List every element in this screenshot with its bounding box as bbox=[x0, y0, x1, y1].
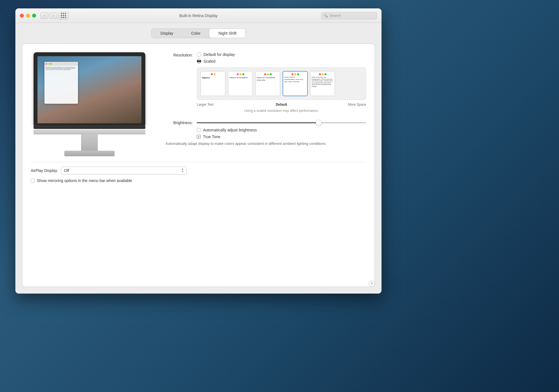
scale-text-2: Here's to troublem bbox=[229, 76, 251, 79]
tab-color[interactable]: Color bbox=[182, 29, 209, 38]
scale-text-4: Here's to the c troublemakers, ones who … bbox=[284, 76, 306, 83]
display-section: Here's to the crazy ones, the troublemak… bbox=[31, 52, 366, 156]
scale-option-3[interactable]: Here's to t troublema ones who bbox=[255, 71, 280, 96]
true-tone-checkbox[interactable]: ✓ bbox=[197, 135, 201, 139]
resolution-label: Resolution: bbox=[159, 52, 193, 57]
search-box[interactable]: 🔍 Search bbox=[321, 12, 377, 19]
scale-label-larger: Larger Text bbox=[197, 103, 253, 107]
search-icon: 🔍 bbox=[324, 14, 328, 18]
brightness-thumb[interactable] bbox=[316, 120, 321, 126]
scale-dot-r-4 bbox=[292, 73, 293, 75]
scale-dots-2 bbox=[237, 73, 244, 75]
bottom-section: AirPlay Display: Off ▲ ▼ Show mirroring … bbox=[31, 162, 366, 183]
scale-dot-y-4 bbox=[294, 73, 296, 75]
scale-dots-5 bbox=[319, 73, 326, 75]
mirroring-checkbox[interactable] bbox=[31, 179, 35, 183]
settings-panel: Resolution: Default for display Scaled bbox=[159, 52, 366, 146]
maximize-button[interactable] bbox=[32, 14, 36, 18]
scale-option-1[interactable]: Here's bbox=[200, 71, 226, 96]
system-preferences-window: ‹ › Built-in Retina Display 🔍 Search Dis… bbox=[15, 8, 382, 294]
grid-view-button[interactable] bbox=[58, 12, 68, 20]
true-tone-checkmark: ✓ bbox=[198, 135, 200, 138]
mini-minimize bbox=[48, 63, 49, 65]
grid-icon bbox=[61, 13, 66, 18]
brightness-label: Brightness: bbox=[159, 121, 193, 125]
scale-dot-g-5 bbox=[324, 73, 326, 75]
scale-label-more-space: More Space bbox=[310, 103, 366, 107]
mirroring-row: Show mirroring options in the menu bar w… bbox=[31, 178, 366, 183]
scale-dot-g-3 bbox=[270, 73, 272, 75]
arrow-down: ▼ bbox=[181, 171, 184, 173]
auto-brightness-row: Automatically adjust brightness bbox=[197, 128, 366, 132]
forward-button[interactable]: › bbox=[49, 13, 57, 19]
scale-options-wrapper: Here's Here's to troublem bbox=[197, 67, 366, 117]
imac-chin bbox=[34, 126, 145, 129]
imac-illustration: Here's to the crazy ones, the troublemak… bbox=[31, 52, 148, 156]
scale-label-default: Default bbox=[253, 103, 310, 107]
scale-dots-4 bbox=[292, 73, 299, 75]
scale-dots-3 bbox=[264, 73, 272, 75]
scale-dot-r-3 bbox=[264, 73, 266, 75]
back-button[interactable]: ‹ bbox=[41, 13, 48, 19]
true-tone-sublabel: Automatically adapt display to make colo… bbox=[165, 141, 366, 146]
traffic-lights bbox=[20, 14, 36, 18]
radio-scaled-circle bbox=[197, 59, 201, 63]
scale-option-4[interactable]: Here's to the c troublemakers, ones who … bbox=[283, 71, 308, 96]
scale-text-3: Here's to t troublema ones who bbox=[257, 76, 279, 81]
scale-option-5[interactable]: Here's to the crazy one troublemakers. T… bbox=[310, 71, 335, 96]
airplay-value: Off bbox=[64, 168, 181, 173]
radio-default[interactable]: Default for display bbox=[197, 52, 235, 57]
scale-dot-y-3 bbox=[267, 73, 269, 75]
resolution-row: Resolution: Default for display Scaled bbox=[159, 52, 366, 63]
imac-bottom-bar bbox=[34, 129, 145, 134]
titlebar: ‹ › Built-in Retina Display 🔍 Search bbox=[15, 8, 382, 23]
mini-maximize bbox=[50, 63, 51, 65]
imac-stand-top bbox=[81, 134, 98, 151]
scale-text-5: Here's to the crazy one troublemakers. T… bbox=[312, 76, 333, 87]
tabs-container: Display Color Night Shift bbox=[22, 29, 375, 38]
screen-window-content: Here's to the crazy ones, the troublemak… bbox=[44, 66, 78, 72]
scale-dots-1 bbox=[211, 73, 215, 75]
resolution-radio-group: Default for display Scaled bbox=[197, 52, 235, 63]
window-title: Built-in Retina Display bbox=[179, 13, 218, 18]
scale-text-1: Here's bbox=[202, 76, 224, 80]
search-placeholder: Search bbox=[329, 13, 341, 18]
imac-stand-base bbox=[64, 151, 115, 156]
airplay-label: AirPlay Display: bbox=[31, 168, 58, 173]
scale-dot-y-2 bbox=[240, 73, 241, 75]
close-button[interactable] bbox=[20, 14, 24, 18]
scale-dot-y-5 bbox=[322, 73, 324, 75]
auto-brightness-label: Automatically adjust brightness bbox=[203, 128, 257, 132]
scale-dot-g-4 bbox=[297, 73, 299, 75]
brightness-fill bbox=[197, 122, 319, 123]
nav-buttons: ‹ › bbox=[41, 13, 57, 19]
scale-dot-y-1 bbox=[214, 73, 215, 75]
help-button[interactable]: ? bbox=[369, 281, 375, 287]
imac-screen-outer: Here's to the crazy ones, the troublemak… bbox=[34, 52, 145, 126]
radio-scaled-label: Scaled bbox=[203, 59, 215, 63]
scale-row: Here's Here's to troublem bbox=[159, 67, 366, 117]
radio-scaled[interactable]: Scaled bbox=[197, 59, 235, 63]
radio-default-label: Default for display bbox=[203, 52, 235, 57]
airplay-select[interactable]: Off ▲ ▼ bbox=[61, 167, 187, 174]
tab-display[interactable]: Display bbox=[151, 29, 182, 38]
auto-brightness-checkbox[interactable] bbox=[197, 128, 201, 132]
mini-close bbox=[46, 63, 47, 65]
brightness-row: Brightness: bbox=[159, 121, 366, 125]
minimize-button[interactable] bbox=[26, 14, 30, 18]
mirroring-label: Show mirroring options in the menu bar w… bbox=[37, 178, 132, 183]
scale-option-2[interactable]: Here's to troublem bbox=[228, 71, 253, 96]
true-tone-row: ✓ True Tone bbox=[197, 134, 366, 139]
main-panel: Here's to the crazy ones, the troublemak… bbox=[22, 44, 375, 287]
screen-window: Here's to the crazy ones, the troublemak… bbox=[44, 62, 78, 104]
scale-dot-r-1 bbox=[211, 73, 213, 75]
tab-nightshift[interactable]: Night Shift bbox=[209, 29, 245, 38]
brightness-slider[interactable] bbox=[197, 122, 366, 123]
tab-group: Display Color Night Shift bbox=[151, 29, 246, 38]
scale-spacer-label bbox=[159, 67, 193, 68]
scale-dot-r-2 bbox=[237, 73, 239, 75]
scale-options: Here's Here's to troublem bbox=[197, 67, 366, 100]
content-area: Display Color Night Shift bbox=[15, 23, 382, 294]
scale-dot-r-5 bbox=[319, 73, 321, 75]
radio-scaled-dot bbox=[197, 60, 199, 62]
